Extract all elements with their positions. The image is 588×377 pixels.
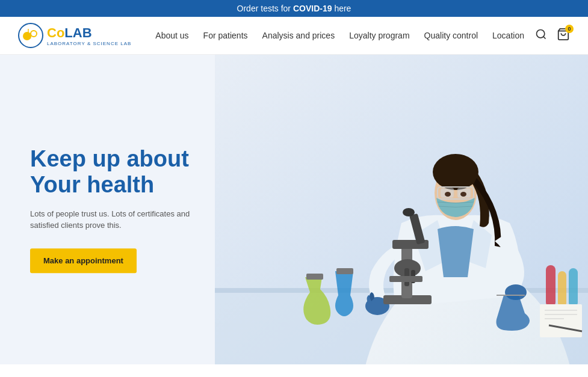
nav-location[interactable]: Location	[492, 31, 524, 40]
nav-patients[interactable]: For patients	[203, 31, 248, 40]
navbar: CoLAB LABORATORY & SCIENCE LAB About us …	[0, 17, 588, 55]
announcement-text: Order tests for COVID-19 here	[237, 4, 351, 13]
logo-name: CoLAB	[47, 25, 131, 41]
cart-badge: 0	[565, 25, 574, 33]
svg-point-15	[445, 192, 451, 197]
nav-analysis[interactable]: Analysis and prices	[262, 31, 335, 40]
svg-point-2	[31, 31, 37, 37]
svg-rect-34	[540, 304, 582, 337]
svg-rect-27	[389, 276, 422, 282]
svg-point-16	[460, 192, 466, 197]
svg-point-23	[403, 208, 415, 216]
logo-text: CoLAB LABORATORY & SCIENCE LAB	[47, 25, 131, 46]
cta-appointment-button[interactable]: Make an appointment	[30, 248, 137, 273]
hero-subtitle: Lots of people trust us. Lots of certifi…	[30, 208, 193, 231]
hero-section: Keep up about Your health Lots of people…	[0, 55, 588, 364]
hero-content: Keep up about Your health Lots of people…	[30, 146, 193, 273]
logo-tagline: LABORATORY & SCIENCE LAB	[47, 41, 131, 46]
search-button[interactable]	[535, 28, 547, 43]
hero-image	[215, 55, 588, 364]
logo-icon	[18, 23, 43, 48]
hero-title: Keep up about Your health	[30, 146, 193, 198]
svg-rect-28	[336, 268, 353, 274]
nav-loyalty[interactable]: Loyalty program	[349, 31, 409, 40]
svg-point-3	[537, 29, 545, 37]
nav-quality[interactable]: Quality control	[424, 31, 478, 40]
svg-rect-31	[558, 271, 566, 307]
search-icon	[535, 28, 547, 40]
svg-rect-32	[569, 268, 578, 307]
svg-line-4	[543, 36, 546, 38]
nav-links: About us For patients Analysis and price…	[155, 31, 535, 40]
logo-link[interactable]: CoLAB LABORATORY & SCIENCE LAB	[18, 23, 131, 48]
svg-rect-29	[306, 274, 323, 280]
nav-about[interactable]: About us	[155, 31, 188, 40]
cart-button[interactable]: 0	[557, 28, 570, 44]
nav-icons: 0	[535, 28, 570, 44]
scientist-illustration	[215, 55, 588, 364]
svg-rect-30	[546, 265, 556, 307]
announcement-bar: Order tests for COVID-19 here	[0, 0, 588, 17]
svg-point-11	[433, 154, 478, 190]
